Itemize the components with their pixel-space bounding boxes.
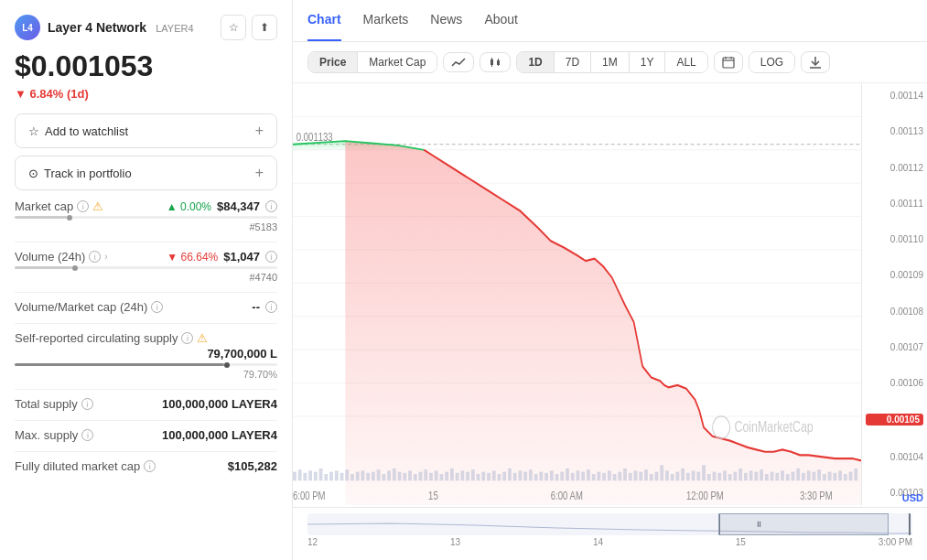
calendar-icon (722, 56, 735, 69)
svg-text:0.001133: 0.001133 (296, 131, 333, 143)
tab-news[interactable]: News (430, 1, 462, 41)
svg-rect-52 (450, 468, 454, 480)
svg-rect-91 (655, 472, 659, 481)
total-supply-info-icon[interactable]: i (81, 398, 93, 410)
stat-market-cap: Market cap i ⚠ ▲ 0.00% $84,347 i #5183 (15, 199, 277, 232)
coin-header: L4 Layer 4 Network LAYER4 ☆ ⬆ (15, 15, 277, 40)
add-to-watchlist-button[interactable]: ☆ Add to watchlist + (15, 113, 277, 148)
svg-rect-58 (481, 472, 485, 481)
svg-rect-103 (717, 473, 721, 480)
market-cap-value-info[interactable]: i (265, 200, 277, 212)
svg-rect-62 (502, 472, 506, 481)
coin-identity: L4 Layer 4 Network LAYER4 (15, 15, 194, 40)
svg-rect-47 (424, 469, 427, 480)
download-btn[interactable] (801, 51, 830, 73)
all-btn[interactable]: ALL (665, 52, 706, 72)
vol-mcap-info-icon[interactable]: i (151, 301, 163, 313)
svg-rect-53 (456, 473, 459, 480)
minimap-date-300pm: 3:00 PM (878, 537, 912, 547)
market-cap-bar (15, 216, 277, 219)
y-label-11: 0.00104 (866, 452, 923, 462)
chart-controls: Price Market Cap 1D 7D 1M 1Y ALL (293, 42, 927, 83)
svg-rect-27 (319, 468, 323, 480)
market-cap-info-icon[interactable]: i (77, 200, 89, 212)
vol-mcap-value-info[interactable]: i (265, 301, 277, 313)
star-icon: ☆ (28, 124, 39, 138)
svg-rect-124 (828, 472, 832, 481)
timeframe-group: 1D 7D 1M 1Y ALL (516, 51, 707, 73)
volume-label: Volume (24h) (15, 250, 85, 264)
svg-rect-93 (665, 470, 669, 480)
minimap-right-handle[interactable] (909, 513, 911, 535)
stat-max-supply: Max. supply i 100,000,000 LAYER4 (15, 428, 277, 442)
minimap-date-12: 12 (307, 537, 318, 547)
svg-rect-121 (812, 472, 815, 481)
1d-btn[interactable]: 1D (517, 52, 553, 72)
svg-rect-101 (707, 474, 711, 480)
volume-info-icon[interactable]: i (89, 251, 101, 263)
svg-rect-109 (749, 470, 753, 480)
svg-rect-127 (844, 474, 847, 480)
svg-rect-50 (440, 474, 444, 480)
minimap-dates: 12 13 14 15 3:00 PM (307, 535, 912, 547)
circ-supply-info-icon[interactable]: i (181, 332, 193, 344)
log-btn[interactable]: LOG (749, 52, 794, 72)
svg-rect-25 (308, 470, 312, 480)
y-axis: 0.00114 0.00113 0.00112 0.00111 0.00110 … (861, 83, 927, 505)
svg-rect-86 (629, 473, 632, 480)
svg-rect-26 (314, 472, 318, 481)
tab-markets[interactable]: Markets (363, 1, 409, 41)
7d-btn[interactable]: 7D (555, 52, 590, 72)
circ-supply-pct: 79.70% (15, 369, 277, 380)
svg-rect-37 (372, 472, 375, 481)
1y-btn[interactable]: 1Y (630, 52, 665, 72)
star-button[interactable]: ☆ (221, 15, 246, 40)
volume-value-info[interactable]: i (265, 251, 277, 263)
svg-rect-90 (650, 474, 653, 480)
svg-rect-125 (833, 473, 836, 480)
price-btn[interactable]: Price (308, 52, 357, 72)
tab-chart[interactable]: Chart (307, 1, 341, 41)
svg-rect-42 (398, 472, 402, 481)
svg-rect-110 (754, 472, 758, 481)
svg-rect-128 (849, 472, 853, 481)
candle-btn[interactable] (480, 52, 511, 72)
price-tag: 0.00105 (866, 414, 923, 425)
tab-about[interactable]: About (484, 1, 518, 41)
svg-rect-69 (539, 472, 543, 481)
fdmc-label: Fully diluted market cap (15, 459, 140, 473)
svg-rect-120 (807, 470, 811, 480)
stats-section: Market cap i ⚠ ▲ 0.00% $84,347 i #5183 (15, 199, 277, 473)
svg-rect-70 (544, 473, 548, 480)
right-panel: Chart Markets News About Price Market Ca… (293, 0, 927, 560)
y-label-6: 0.00109 (866, 270, 923, 280)
svg-rect-80 (597, 472, 600, 481)
svg-rect-57 (477, 474, 480, 480)
share-button[interactable]: ⬆ (252, 15, 277, 40)
market-cap-btn[interactable]: Market Cap (358, 52, 437, 72)
minimap-date-13: 13 (450, 537, 460, 547)
svg-rect-102 (713, 472, 717, 481)
svg-rect-30 (335, 470, 339, 480)
fdmc-info-icon[interactable]: i (144, 460, 156, 472)
line-icon (451, 57, 466, 68)
svg-rect-34 (356, 472, 360, 481)
svg-rect-49 (435, 470, 438, 480)
y-label-1: 0.00114 (866, 91, 923, 101)
calendar-btn[interactable] (714, 51, 743, 73)
line-type-btn[interactable] (443, 52, 474, 72)
stat-circulating-supply: Self-reported circulating supply i ⚠ 79,… (15, 331, 277, 380)
y-label-3: 0.00112 (866, 163, 923, 173)
minimap-selection[interactable] (718, 513, 888, 535)
market-cap-change: ▲ 0.00% (167, 200, 211, 213)
minimap-area: ⏸ 12 13 14 15 3:00 PM (293, 507, 927, 560)
stat-volume-marketcap: Volume/Market cap (24h) i -- i (15, 300, 277, 314)
svg-rect-73 (560, 472, 564, 481)
track-portfolio-button[interactable]: ⊙ Track in portfolio + (15, 156, 277, 190)
svg-rect-117 (792, 472, 795, 481)
1m-btn[interactable]: 1M (591, 52, 629, 72)
max-supply-label: Max. supply (15, 428, 78, 442)
usd-label: USD (902, 492, 923, 503)
max-supply-info-icon[interactable]: i (81, 429, 93, 441)
svg-text:CoinMarketCap: CoinMarketCap (734, 418, 813, 435)
